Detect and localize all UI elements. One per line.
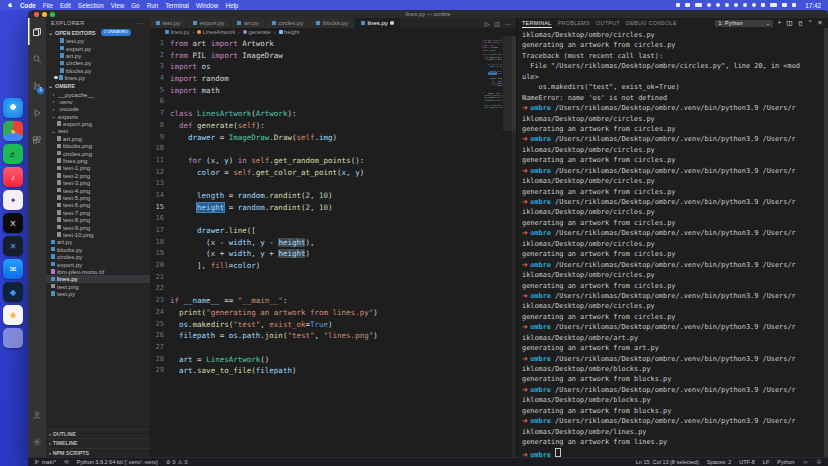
code-line-19[interactable]: 19 (x + width, y + height)	[150, 248, 516, 260]
panel-tab-output[interactable]: OUTPUT	[596, 18, 620, 28]
traffic-close-button[interactable]	[34, 12, 39, 17]
file-lines.png[interactable]: lines.png	[46, 157, 150, 164]
file-circles.png[interactable]: circles.png	[46, 149, 150, 156]
encoding-setting[interactable]: UTF-8	[739, 459, 755, 465]
blue-x-dock-icon[interactable]: ✕	[3, 236, 23, 256]
panel-tab-debug-console[interactable]: DEBUG CONSOLE	[626, 18, 677, 28]
music-dock-icon[interactable]: ♪	[3, 167, 23, 187]
menu-help[interactable]: Help	[225, 2, 238, 9]
code-line-22[interactable]: 22	[150, 283, 516, 295]
notifications-bell-icon[interactable]	[816, 459, 822, 465]
file-test-1.png[interactable]: test-1.png	[46, 164, 150, 171]
code-line-16[interactable]: 16	[150, 213, 516, 225]
section-npm-scripts[interactable]: ›NPM SCRIPTS	[46, 448, 150, 458]
file-test-4.png[interactable]: test-4.png	[46, 186, 150, 193]
tab-test.py[interactable]: test.py	[150, 18, 187, 28]
tab-export.py[interactable]: export.py	[187, 18, 231, 28]
terminal-select[interactable]: 1: Python ⌄	[715, 20, 773, 27]
file-test-3.png[interactable]: test-3.png	[46, 179, 150, 186]
stage-manager-icon[interactable]	[685, 3, 690, 7]
maximize-panel-icon[interactable]: ⌃	[808, 20, 814, 27]
traffic-minimize-button[interactable]	[42, 12, 47, 17]
apple-menu-icon[interactable]	[7, 2, 13, 8]
control-center-icon[interactable]	[792, 3, 797, 7]
file-ibm-plex-mono.ttf[interactable]: ibm-plex-mono.ttf	[46, 268, 150, 275]
account-icon[interactable]	[28, 401, 46, 428]
file-lines.py[interactable]: lines.py	[46, 275, 150, 282]
breadcrumb-item-height[interactable]: height	[279, 29, 300, 35]
run-button[interactable]: ▷	[485, 20, 490, 27]
panel-tab-terminal[interactable]: TERMINAL	[522, 18, 552, 28]
folder-.vscode[interactable]: ›.vscode	[46, 105, 150, 112]
code-line-15[interactable]: 15 height = random.randint(2, 10)	[150, 202, 516, 214]
editor-scrollbar[interactable]	[512, 36, 516, 457]
spotify-dock-icon[interactable]: ♬	[3, 144, 23, 164]
code-line-28[interactable]: 28 art = LinesArtwork()	[150, 354, 516, 366]
file-export.py[interactable]: export.py	[46, 260, 150, 267]
code-line-12[interactable]: 12 color = self.get_color_at_point(x, y)	[150, 167, 516, 179]
x-dock-icon[interactable]: X	[3, 213, 23, 233]
file-test-8.png[interactable]: test-8.png	[46, 216, 150, 223]
breadcrumb-item-LinesArtwork[interactable]: LinesArtwork	[197, 29, 235, 35]
mail-dock-icon[interactable]: ✉	[3, 259, 23, 279]
folder-section-header[interactable]: ⌄ OMBRE	[46, 81, 150, 90]
code-line-8[interactable]: 8 def generate(self):	[150, 120, 516, 132]
code-line-13[interactable]: 13	[150, 178, 516, 190]
feedback-icon[interactable]: ☺	[802, 459, 808, 465]
folder-exports[interactable]: ⌄exports	[46, 113, 150, 120]
file-test.py[interactable]: test.py	[46, 290, 150, 297]
do-not-disturb-icon[interactable]	[707, 3, 711, 7]
sync-icon[interactable]: ⟲	[64, 459, 69, 465]
tab-art.py[interactable]: art.py	[231, 18, 266, 28]
breadcrumb[interactable]: lines.py›LinesArtwork›generate›height	[150, 28, 516, 36]
breadcrumb-item-lines.py[interactable]: lines.py	[165, 29, 189, 35]
window-titlebar[interactable]: lines.py — ombre	[28, 10, 828, 18]
cursor-position[interactable]: Ln 15, Col 13 (8 selected)	[636, 459, 699, 465]
menu-edit[interactable]: Edit	[60, 2, 71, 9]
source-control-icon[interactable]: 1	[28, 72, 46, 99]
code-line-18[interactable]: 18 (x - width, y - height),	[150, 237, 516, 249]
extensions-icon[interactable]	[28, 126, 46, 153]
breadcrumb-item-generate[interactable]: generate	[243, 29, 271, 35]
code-line-29[interactable]: 29 art.save_to_file(filepath)	[150, 365, 516, 377]
photos-dock-icon[interactable]: ❀	[3, 305, 23, 325]
split-terminal-icon[interactable]	[786, 20, 793, 27]
battery-icon[interactable]	[770, 3, 777, 7]
indentation-setting[interactable]: Spaces: 2	[707, 459, 731, 465]
code-line-1[interactable]: 1from art import Artwork	[150, 38, 516, 50]
code-line-6[interactable]: 6	[150, 96, 516, 108]
bluetooth-icon[interactable]	[725, 3, 729, 7]
code-line-10[interactable]: 10	[150, 143, 516, 155]
section-timeline[interactable]: ›TIMELINE	[46, 438, 150, 448]
code-line-14[interactable]: 14 length = random.randint(2, 10)	[150, 190, 516, 202]
sidebar-more-actions-icon[interactable]: ···	[136, 20, 145, 26]
minimap[interactable]: from art import Artworkfrom PIL import I…	[482, 39, 502, 108]
search-icon[interactable]	[28, 45, 46, 72]
more-actions-icon[interactable]: ⋯	[505, 20, 511, 27]
open-editor-blocks.py[interactable]: blocks.py	[46, 67, 150, 74]
panel-tab-problems[interactable]: PROBLEMS	[558, 18, 590, 28]
notes-app-dock-icon[interactable]: ◆	[3, 282, 23, 302]
file-blocks.png[interactable]: blocks.png	[46, 142, 150, 149]
file-export.png[interactable]: export.png	[46, 120, 150, 127]
keyboard-brightness-icon[interactable]	[716, 3, 720, 7]
menu-terminal[interactable]: Terminal	[165, 2, 189, 9]
menu-window[interactable]: Window	[196, 2, 218, 9]
menu-code[interactable]: Code	[20, 2, 36, 9]
siri-icon[interactable]	[743, 3, 747, 7]
code-line-9[interactable]: 9 drawer = ImageDraw.Draw(self.img)	[150, 132, 516, 144]
file-test-7.png[interactable]: test-7.png	[46, 209, 150, 216]
traffic-zoom-button[interactable]	[50, 12, 55, 17]
file-test-2.png[interactable]: test-2.png	[46, 172, 150, 179]
explorer-icon[interactable]	[28, 18, 46, 45]
file-test-6.png[interactable]: test-6.png	[46, 201, 150, 208]
trash-dock-icon[interactable]	[3, 328, 23, 348]
problems-indicator[interactable]: ⊘ 0 ⚠ 0	[166, 459, 188, 465]
file-test-9.png[interactable]: test-9.png	[46, 223, 150, 230]
folder-__pycache__[interactable]: ›__pycache__	[46, 90, 150, 97]
file-circles.py[interactable]: circles.py	[46, 253, 150, 260]
run-debug-icon[interactable]	[28, 99, 46, 126]
code-line-3[interactable]: 3import os	[150, 61, 516, 73]
chrome-dock-icon[interactable]: ●	[3, 121, 23, 141]
menu-go[interactable]: Go	[131, 2, 139, 9]
